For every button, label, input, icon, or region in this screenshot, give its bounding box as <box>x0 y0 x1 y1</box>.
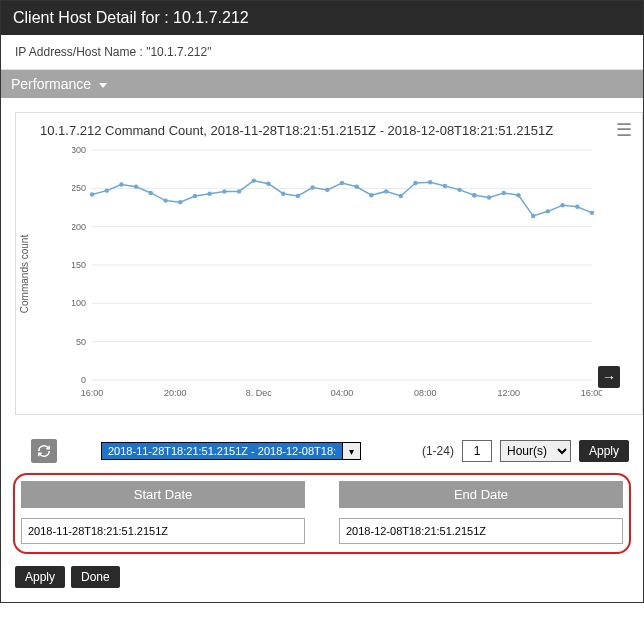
start-date-input[interactable] <box>21 518 305 544</box>
svg-point-30 <box>222 189 226 193</box>
svg-point-44 <box>428 180 432 184</box>
chart-area: Commands count 05010015020025030016:0020… <box>26 144 606 404</box>
svg-point-56 <box>590 211 594 215</box>
svg-point-53 <box>546 209 550 213</box>
svg-text:16:00: 16:00 <box>81 388 104 398</box>
svg-point-22 <box>105 188 109 192</box>
chevron-down-icon[interactable]: ▾ <box>342 443 360 459</box>
unit-select[interactable]: Hour(s)Day(s)Week(s) <box>500 440 571 462</box>
svg-point-52 <box>531 214 535 218</box>
svg-point-34 <box>281 192 285 196</box>
window-title: Client Host Detail for : 10.1.7.212 <box>1 1 643 35</box>
svg-point-41 <box>384 189 388 193</box>
svg-point-43 <box>413 181 417 185</box>
svg-point-48 <box>472 193 476 197</box>
date-range-select[interactable]: 2018-11-28T18:21:51.2151Z - 2018-12-08T1… <box>101 442 361 460</box>
svg-point-49 <box>487 195 491 199</box>
svg-text:12:00: 12:00 <box>497 388 520 398</box>
svg-point-25 <box>149 191 153 195</box>
svg-point-24 <box>134 185 138 189</box>
svg-point-54 <box>560 203 564 207</box>
svg-point-35 <box>296 194 300 198</box>
svg-point-37 <box>325 188 329 192</box>
svg-point-21 <box>90 192 94 196</box>
svg-point-29 <box>207 192 211 196</box>
svg-text:150: 150 <box>72 260 86 270</box>
svg-point-40 <box>369 193 373 197</box>
ip-address-label: IP Address/Host Name : "10.1.7.212" <box>1 35 643 69</box>
chart-menu-icon[interactable]: ☰ <box>616 123 632 137</box>
svg-text:8. Dec: 8. Dec <box>246 388 273 398</box>
start-date-header: Start Date <box>21 481 305 508</box>
svg-point-32 <box>252 178 256 182</box>
panel-title: Performance <box>11 76 91 92</box>
svg-point-38 <box>340 181 344 185</box>
svg-text:08:00: 08:00 <box>414 388 437 398</box>
svg-text:200: 200 <box>72 222 86 232</box>
end-date-header: End Date <box>339 481 623 508</box>
refresh-icon <box>37 444 51 458</box>
apply-button[interactable]: Apply <box>15 566 65 588</box>
svg-point-28 <box>193 194 197 198</box>
page-input[interactable] <box>462 440 492 462</box>
svg-text:100: 100 <box>72 298 86 308</box>
svg-point-42 <box>399 194 403 198</box>
scroll-right-button[interactable]: → <box>598 366 620 388</box>
performance-panel-header[interactable]: Performance <box>1 69 643 98</box>
svg-point-45 <box>443 184 447 188</box>
svg-text:04:00: 04:00 <box>331 388 354 398</box>
done-button[interactable]: Done <box>71 566 120 588</box>
svg-text:16:00: 16:00 <box>581 388 602 398</box>
svg-point-46 <box>457 188 461 192</box>
svg-point-55 <box>575 205 579 209</box>
svg-text:300: 300 <box>72 145 86 155</box>
svg-point-39 <box>355 185 359 189</box>
svg-text:20:00: 20:00 <box>164 388 187 398</box>
svg-point-31 <box>237 189 241 193</box>
svg-text:250: 250 <box>72 183 86 193</box>
svg-text:0: 0 <box>81 375 86 385</box>
caret-down-icon <box>99 83 107 88</box>
chart-title: 10.1.7.212 Command Count, 2018-11-28T18:… <box>26 123 634 138</box>
svg-point-51 <box>516 193 520 197</box>
apply-range-button[interactable]: Apply <box>579 440 629 462</box>
svg-text:50: 50 <box>76 337 86 347</box>
refresh-button[interactable] <box>31 439 57 463</box>
svg-point-23 <box>119 182 123 186</box>
paging-range-label: (1-24) <box>422 444 454 458</box>
svg-point-50 <box>502 191 506 195</box>
date-range-value: 2018-11-28T18:21:51.2151Z - 2018-12-08T1… <box>102 443 342 459</box>
date-range-highlight: Start Date End Date <box>13 473 631 554</box>
svg-point-27 <box>178 200 182 204</box>
svg-point-36 <box>310 185 314 189</box>
chart-card: 10.1.7.212 Command Count, 2018-11-28T18:… <box>15 112 643 415</box>
svg-point-26 <box>163 198 167 202</box>
line-chart: 05010015020025030016:0020:008. Dec04:000… <box>72 144 602 404</box>
svg-point-33 <box>266 182 270 186</box>
end-date-input[interactable] <box>339 518 623 544</box>
y-axis-label: Commands count <box>19 235 30 313</box>
